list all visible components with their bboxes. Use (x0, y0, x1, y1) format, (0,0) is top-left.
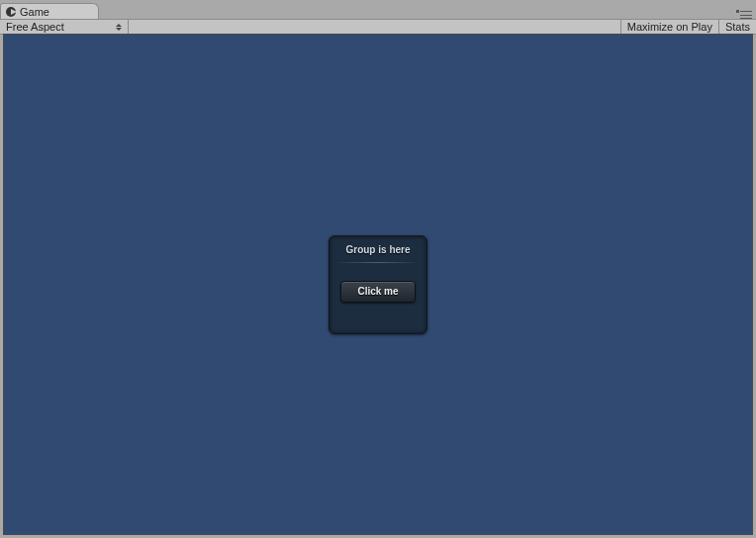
aspect-label: Free Aspect (6, 21, 64, 33)
maximize-label: Maximize on Play (627, 21, 712, 33)
aspect-dropdown[interactable]: Free Aspect (0, 20, 129, 34)
panel-options-icon[interactable] (740, 11, 752, 19)
maximize-on-play-toggle[interactable]: Maximize on Play (620, 20, 718, 34)
group-separator (334, 262, 422, 263)
click-me-label: Click me (357, 286, 398, 297)
gui-group-panel: Group is here Click me (329, 235, 427, 334)
tab-strip: Game (0, 0, 756, 19)
game-toolbar: Free Aspect Maximize on Play Stats (0, 19, 756, 35)
pacman-icon (6, 7, 16, 17)
stats-label: Stats (725, 21, 750, 33)
tab-label: Game (20, 6, 49, 18)
tab-game[interactable]: Game (0, 3, 99, 19)
click-me-button[interactable]: Click me (340, 281, 416, 303)
chevron-updown-icon (116, 24, 122, 31)
group-title: Group is here (345, 244, 410, 255)
stats-toggle[interactable]: Stats (718, 20, 756, 34)
game-viewport: Group is here Click me (4, 35, 752, 534)
